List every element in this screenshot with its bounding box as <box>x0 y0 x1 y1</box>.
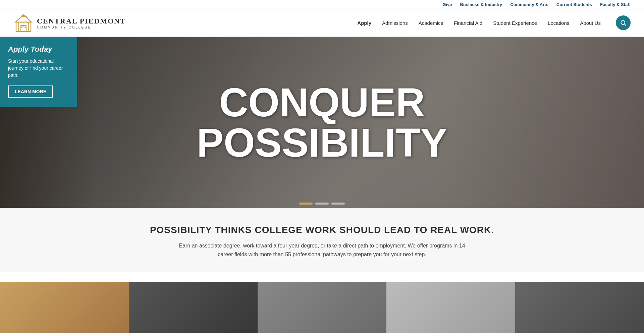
nav-admissions-link[interactable]: Admissions <box>377 18 413 28</box>
card-5[interactable] <box>515 282 644 333</box>
svg-rect-2 <box>21 25 26 32</box>
top-bar: Give Business & Industry Community & Art… <box>0 0 644 9</box>
main-nav: Central Piedmont Community College Apply… <box>0 9 644 37</box>
topbar-faculty-staff-link[interactable]: Faculty & Staff <box>600 2 631 9</box>
logo-link[interactable]: Central Piedmont Community College <box>13 13 126 33</box>
main-nav-links: Apply Admissions Academics Financial Aid… <box>353 18 605 28</box>
cards-row <box>0 282 644 333</box>
possibility-body: Earn an associate degree, work toward a … <box>171 241 473 259</box>
svg-marker-6 <box>21 14 26 16</box>
svg-rect-5 <box>21 16 25 17</box>
possibility-heading: POSSIBILITY THINKS COLLEGE WORK SHOULD L… <box>13 225 631 235</box>
svg-point-8 <box>621 20 625 24</box>
topbar-business-industry-link[interactable]: Business & Industry <box>460 2 502 9</box>
nav-student-experience-link[interactable]: Student Experience <box>488 18 542 28</box>
logo-text: Central Piedmont Community College <box>37 17 126 29</box>
hero-section: Apply Today Start your educational journ… <box>0 37 644 208</box>
nav-financial-aid-link[interactable]: Financial Aid <box>449 18 487 28</box>
nav-about-us-link[interactable]: About Us <box>575 18 605 28</box>
carousel-dot-1[interactable] <box>299 203 313 205</box>
search-button[interactable] <box>616 15 631 30</box>
college-subtitle: Community College <box>37 25 126 29</box>
nav-academics-link[interactable]: Academics <box>414 18 448 28</box>
carousel-dot-2[interactable] <box>315 203 329 205</box>
apply-today-box: Apply Today Start your educational journ… <box>0 37 77 107</box>
card-3[interactable] <box>258 282 386 333</box>
topbar-current-students-link[interactable]: Current Students <box>556 2 592 9</box>
possibility-section: POSSIBILITY THINKS COLLEGE WORK SHOULD L… <box>0 208 644 272</box>
topbar-give-link[interactable]: Give <box>442 2 452 9</box>
carousel-dots <box>299 203 345 205</box>
hero-headline-line2: POSSIBILITY <box>197 122 447 163</box>
topbar-community-arts-link[interactable]: Community & Arts <box>510 2 548 9</box>
apply-today-heading: Apply Today <box>8 45 69 54</box>
apply-today-body: Start your educational journey or find y… <box>8 58 69 79</box>
svg-line-9 <box>625 24 626 26</box>
nav-locations-link[interactable]: Locations <box>543 18 574 28</box>
carousel-dot-3[interactable] <box>331 203 345 205</box>
card-2[interactable] <box>129 282 258 333</box>
college-logo-icon <box>13 13 34 33</box>
search-icon <box>620 19 627 26</box>
hero-headline-line1: CONQUER <box>197 82 447 122</box>
college-name: Central Piedmont <box>37 17 126 25</box>
nav-divider <box>609 16 609 30</box>
nav-apply-link[interactable]: Apply <box>353 18 376 28</box>
card-1[interactable] <box>0 282 129 333</box>
hero-content: CONQUER POSSIBILITY <box>197 82 447 163</box>
learn-more-button[interactable]: Learn More <box>8 86 53 98</box>
hero-headline: CONQUER POSSIBILITY <box>197 82 447 163</box>
card-4[interactable] <box>386 282 515 333</box>
